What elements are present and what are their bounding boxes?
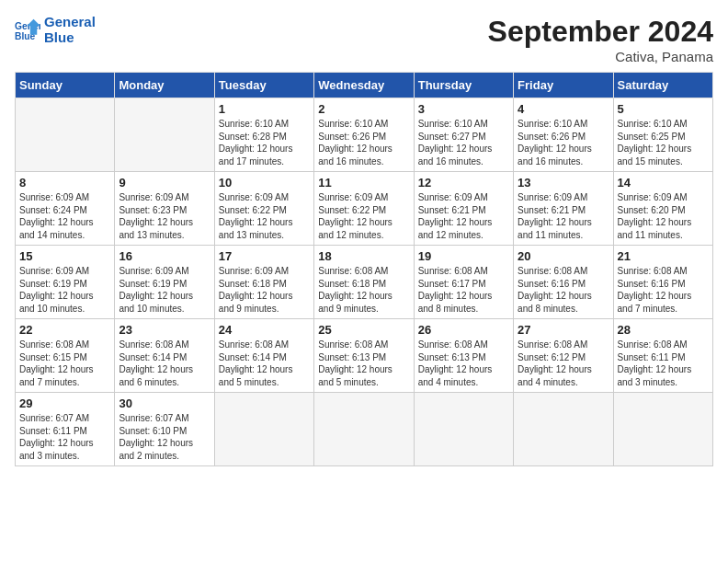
day-cell: 22Sunrise: 6:08 AM Sunset: 6:15 PM Dayli… bbox=[16, 319, 115, 393]
week-row-0: 1Sunrise: 6:10 AM Sunset: 6:28 PM Daylig… bbox=[16, 98, 713, 172]
day-cell: 1Sunrise: 6:10 AM Sunset: 6:28 PM Daylig… bbox=[214, 98, 313, 172]
day-info: Sunrise: 6:10 AM Sunset: 6:27 PM Dayligh… bbox=[418, 118, 509, 167]
column-header-friday: Friday bbox=[514, 73, 613, 98]
day-info: Sunrise: 6:10 AM Sunset: 6:26 PM Dayligh… bbox=[318, 118, 409, 167]
day-cell bbox=[214, 393, 313, 466]
week-row-1: 8Sunrise: 6:09 AM Sunset: 6:24 PM Daylig… bbox=[16, 172, 713, 246]
day-cell: 26Sunrise: 6:08 AM Sunset: 6:13 PM Dayli… bbox=[414, 319, 513, 393]
day-info: Sunrise: 6:09 AM Sunset: 6:21 PM Dayligh… bbox=[418, 191, 509, 241]
day-info: Sunrise: 6:08 AM Sunset: 6:14 PM Dayligh… bbox=[119, 339, 210, 388]
day-info: Sunrise: 6:10 AM Sunset: 6:28 PM Dayligh… bbox=[219, 118, 310, 167]
day-info: Sunrise: 6:09 AM Sunset: 6:19 PM Dayligh… bbox=[119, 265, 210, 315]
day-cell: 5Sunrise: 6:10 AM Sunset: 6:25 PM Daylig… bbox=[613, 98, 712, 172]
day-cell: 17Sunrise: 6:09 AM Sunset: 6:18 PM Dayli… bbox=[214, 246, 313, 319]
location: Cativa, Panama bbox=[488, 49, 713, 64]
day-number: 18 bbox=[318, 249, 409, 263]
day-number: 26 bbox=[418, 323, 509, 337]
logo-text: GeneralBlue bbox=[44, 15, 96, 45]
day-info: Sunrise: 6:09 AM Sunset: 6:21 PM Dayligh… bbox=[518, 191, 609, 241]
logo-icon: General Blue bbox=[15, 17, 40, 43]
day-info: Sunrise: 6:08 AM Sunset: 6:13 PM Dayligh… bbox=[318, 339, 409, 388]
day-cell: 2Sunrise: 6:10 AM Sunset: 6:26 PM Daylig… bbox=[314, 98, 414, 172]
day-number: 23 bbox=[119, 323, 210, 337]
day-number: 2 bbox=[318, 102, 409, 116]
day-number: 11 bbox=[318, 176, 409, 190]
day-number: 22 bbox=[19, 323, 110, 337]
day-number: 30 bbox=[119, 396, 210, 410]
day-number: 19 bbox=[418, 249, 509, 263]
column-header-monday: Monday bbox=[115, 73, 214, 98]
day-cell: 14Sunrise: 6:09 AM Sunset: 6:20 PM Dayli… bbox=[613, 172, 712, 246]
day-cell bbox=[613, 393, 712, 466]
day-cell: 8Sunrise: 6:09 AM Sunset: 6:24 PM Daylig… bbox=[16, 172, 115, 246]
day-info: Sunrise: 6:07 AM Sunset: 6:11 PM Dayligh… bbox=[19, 412, 110, 462]
day-info: Sunrise: 6:09 AM Sunset: 6:24 PM Dayligh… bbox=[19, 191, 110, 241]
day-cell: 23Sunrise: 6:08 AM Sunset: 6:14 PM Dayli… bbox=[115, 319, 214, 393]
page-header: General Blue GeneralBlue September 2024 … bbox=[15, 15, 713, 64]
day-cell: 3Sunrise: 6:10 AM Sunset: 6:27 PM Daylig… bbox=[414, 98, 513, 172]
day-info: Sunrise: 6:08 AM Sunset: 6:14 PM Dayligh… bbox=[219, 339, 310, 388]
day-number: 3 bbox=[418, 102, 509, 116]
day-number: 4 bbox=[518, 102, 609, 116]
day-info: Sunrise: 6:08 AM Sunset: 6:16 PM Dayligh… bbox=[518, 265, 609, 315]
day-cell: 10Sunrise: 6:09 AM Sunset: 6:22 PM Dayli… bbox=[214, 172, 313, 246]
header-row: SundayMondayTuesdayWednesdayThursdayFrid… bbox=[16, 73, 713, 98]
logo: General Blue GeneralBlue bbox=[15, 15, 96, 45]
day-cell: 9Sunrise: 6:09 AM Sunset: 6:23 PM Daylig… bbox=[115, 172, 214, 246]
column-header-sunday: Sunday bbox=[16, 73, 115, 98]
day-cell: 25Sunrise: 6:08 AM Sunset: 6:13 PM Dayli… bbox=[314, 319, 414, 393]
week-row-2: 15Sunrise: 6:09 AM Sunset: 6:19 PM Dayli… bbox=[16, 246, 713, 319]
day-info: Sunrise: 6:10 AM Sunset: 6:26 PM Dayligh… bbox=[518, 118, 609, 167]
day-cell bbox=[16, 98, 115, 172]
day-number: 5 bbox=[618, 102, 709, 116]
day-info: Sunrise: 6:09 AM Sunset: 6:22 PM Dayligh… bbox=[318, 191, 409, 241]
day-number: 24 bbox=[219, 323, 310, 337]
day-cell bbox=[314, 393, 414, 466]
day-number: 10 bbox=[219, 176, 310, 190]
day-info: Sunrise: 6:09 AM Sunset: 6:19 PM Dayligh… bbox=[19, 265, 110, 315]
day-info: Sunrise: 6:08 AM Sunset: 6:17 PM Dayligh… bbox=[418, 265, 509, 315]
day-cell: 18Sunrise: 6:08 AM Sunset: 6:18 PM Dayli… bbox=[314, 246, 414, 319]
day-cell: 27Sunrise: 6:08 AM Sunset: 6:12 PM Dayli… bbox=[514, 319, 613, 393]
day-number: 21 bbox=[618, 249, 709, 263]
day-number: 17 bbox=[219, 249, 310, 263]
calendar-table: SundayMondayTuesdayWednesdayThursdayFrid… bbox=[15, 72, 713, 466]
day-info: Sunrise: 6:09 AM Sunset: 6:20 PM Dayligh… bbox=[618, 191, 709, 241]
day-number: 8 bbox=[19, 176, 110, 190]
day-info: Sunrise: 6:09 AM Sunset: 6:22 PM Dayligh… bbox=[219, 191, 310, 241]
day-number: 12 bbox=[418, 176, 509, 190]
day-cell: 11Sunrise: 6:09 AM Sunset: 6:22 PM Dayli… bbox=[314, 172, 414, 246]
day-cell: 21Sunrise: 6:08 AM Sunset: 6:16 PM Dayli… bbox=[613, 246, 712, 319]
day-info: Sunrise: 6:08 AM Sunset: 6:13 PM Dayligh… bbox=[418, 339, 509, 388]
day-cell: 13Sunrise: 6:09 AM Sunset: 6:21 PM Dayli… bbox=[514, 172, 613, 246]
day-cell: 24Sunrise: 6:08 AM Sunset: 6:14 PM Dayli… bbox=[214, 319, 313, 393]
day-info: Sunrise: 6:08 AM Sunset: 6:11 PM Dayligh… bbox=[618, 339, 709, 388]
column-header-thursday: Thursday bbox=[414, 73, 513, 98]
column-header-wednesday: Wednesday bbox=[314, 73, 414, 98]
day-number: 15 bbox=[19, 249, 110, 263]
day-number: 9 bbox=[119, 176, 210, 190]
day-info: Sunrise: 6:08 AM Sunset: 6:16 PM Dayligh… bbox=[618, 265, 709, 315]
day-info: Sunrise: 6:09 AM Sunset: 6:18 PM Dayligh… bbox=[219, 265, 310, 315]
day-info: Sunrise: 6:09 AM Sunset: 6:23 PM Dayligh… bbox=[119, 191, 210, 241]
day-cell: 20Sunrise: 6:08 AM Sunset: 6:16 PM Dayli… bbox=[514, 246, 613, 319]
day-cell: 4Sunrise: 6:10 AM Sunset: 6:26 PM Daylig… bbox=[514, 98, 613, 172]
day-cell: 19Sunrise: 6:08 AM Sunset: 6:17 PM Dayli… bbox=[414, 246, 513, 319]
day-cell bbox=[115, 98, 214, 172]
week-row-4: 29Sunrise: 6:07 AM Sunset: 6:11 PM Dayli… bbox=[16, 393, 713, 466]
column-header-saturday: Saturday bbox=[613, 73, 712, 98]
day-cell: 15Sunrise: 6:09 AM Sunset: 6:19 PM Dayli… bbox=[16, 246, 115, 319]
day-number: 13 bbox=[518, 176, 609, 190]
day-number: 16 bbox=[119, 249, 210, 263]
day-number: 25 bbox=[318, 323, 409, 337]
day-info: Sunrise: 6:08 AM Sunset: 6:15 PM Dayligh… bbox=[19, 339, 110, 388]
day-number: 27 bbox=[518, 323, 609, 337]
day-info: Sunrise: 6:08 AM Sunset: 6:12 PM Dayligh… bbox=[518, 339, 609, 388]
day-number: 28 bbox=[618, 323, 709, 337]
column-header-tuesday: Tuesday bbox=[214, 73, 313, 98]
day-cell: 16Sunrise: 6:09 AM Sunset: 6:19 PM Dayli… bbox=[115, 246, 214, 319]
day-cell: 29Sunrise: 6:07 AM Sunset: 6:11 PM Dayli… bbox=[16, 393, 115, 466]
day-number: 14 bbox=[618, 176, 709, 190]
week-row-3: 22Sunrise: 6:08 AM Sunset: 6:15 PM Dayli… bbox=[16, 319, 713, 393]
day-number: 20 bbox=[518, 249, 609, 263]
